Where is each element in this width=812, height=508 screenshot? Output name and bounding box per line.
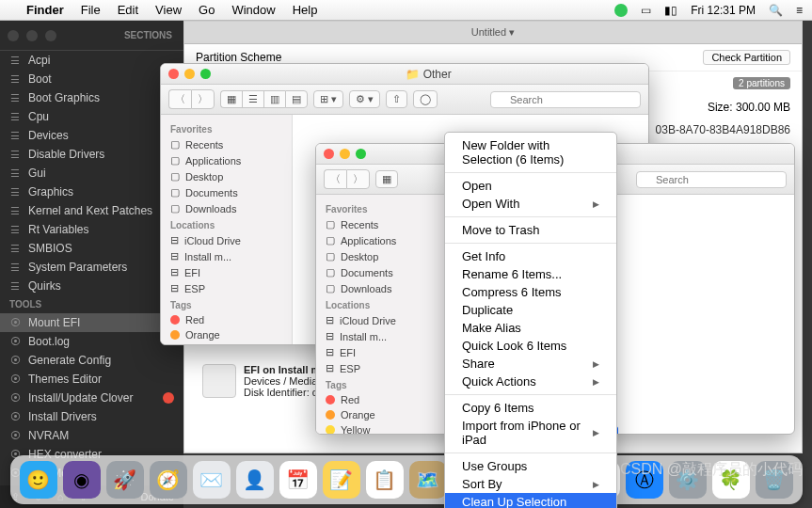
view-column-button[interactable]: ▥: [263, 90, 285, 108]
sidebar-loc[interactable]: ⊟ESP: [161, 280, 292, 296]
check-partition-button[interactable]: Check Partition: [703, 50, 790, 65]
sidebar-fav[interactable]: ▢Documents: [161, 184, 292, 200]
clock[interactable]: Fri 12:31 PM: [691, 4, 756, 17]
view-icon-button[interactable]: ▦: [220, 90, 242, 108]
sidebar-tag[interactable]: Yellow: [316, 422, 447, 435]
sidebar-fav[interactable]: ▢Downloads: [316, 280, 447, 296]
section-item[interactable]: ☰Kernel and Kext Patches: [0, 201, 183, 220]
sidebar-loc[interactable]: ⊟Install m...: [316, 328, 447, 344]
dock-reminders[interactable]: 📋: [366, 461, 404, 499]
sidebar-fav[interactable]: ▢Recents: [161, 136, 292, 152]
menu-window[interactable]: Window: [231, 3, 275, 17]
section-item[interactable]: ☰Rt Variables: [0, 220, 183, 239]
menu-edit[interactable]: Edit: [118, 3, 138, 17]
tool-item[interactable]: ⦿Generate Config: [0, 351, 183, 370]
section-item[interactable]: ☰Boot: [0, 70, 183, 88]
zoom-icon[interactable]: [45, 30, 56, 41]
forward-button[interactable]: 〉: [191, 89, 215, 109]
section-item[interactable]: ☰Disable Drivers: [0, 145, 183, 164]
tool-item[interactable]: ⦿Mount EFI: [0, 313, 183, 332]
ctx-quicklook[interactable]: Quick Look 6 Items: [445, 337, 616, 355]
sidebar-fav[interactable]: ▢Desktop: [161, 168, 292, 184]
back-button[interactable]: 〈: [168, 89, 191, 109]
menu-view[interactable]: View: [155, 3, 182, 17]
sidebar-fav[interactable]: ▢Documents: [316, 264, 447, 280]
sidebar-loc[interactable]: ⊟ESP: [316, 360, 447, 376]
sidebar-tag[interactable]: Orange: [316, 407, 447, 422]
ctx-sort[interactable]: Sort By: [445, 475, 616, 493]
sidebar-loc[interactable]: ⊟EFI: [161, 264, 292, 280]
sidebar-tag[interactable]: Yellow: [161, 342, 292, 345]
sidebar-tag[interactable]: Red: [161, 312, 292, 327]
section-item[interactable]: ☰System Parameters: [0, 258, 183, 277]
dock-launchpad[interactable]: 🚀: [106, 461, 144, 499]
minimize-icon[interactable]: [184, 69, 195, 79]
section-item[interactable]: ☰Devices: [0, 126, 183, 145]
dock-safari[interactable]: 🧭: [150, 461, 187, 499]
sidebar-fav[interactable]: ▢Applications: [316, 232, 447, 248]
battery-icon[interactable]: ▮▯: [664, 4, 677, 17]
siri-icon[interactable]: ≡: [796, 4, 803, 17]
dock-maps[interactable]: 🗺️: [409, 461, 447, 499]
window-tab[interactable]: Untitled ▾: [471, 26, 515, 39]
view-list-button[interactable]: ☰: [242, 90, 263, 108]
zoom-icon[interactable]: [200, 69, 211, 79]
tool-item[interactable]: ⦿Install Drivers: [0, 407, 183, 426]
ctx-share[interactable]: Share: [445, 355, 616, 373]
sidebar-fav[interactable]: ▢Desktop: [316, 248, 447, 264]
share-button[interactable]: ⇧: [386, 90, 407, 108]
menu-go[interactable]: Go: [199, 3, 215, 17]
ctx-rename[interactable]: Rename 6 Items...: [445, 265, 616, 283]
ctx-quick-actions[interactable]: Quick Actions: [445, 373, 616, 390]
section-item[interactable]: ☰Graphics: [0, 183, 183, 201]
tool-item[interactable]: ⦿Boot.log: [0, 332, 183, 351]
ctx-cleanup[interactable]: Clean Up Selection: [445, 493, 616, 508]
ctx-alias[interactable]: Make Alias: [445, 319, 616, 337]
view-gallery-button[interactable]: ▤: [285, 90, 308, 108]
tool-item[interactable]: ⦿Themes Editor: [0, 370, 183, 389]
sidebar-loc[interactable]: ⊟iCloud Drive: [316, 312, 447, 328]
ctx-import[interactable]: Import from iPhone or iPad: [445, 417, 616, 449]
group-button[interactable]: ⊞ ▾: [313, 90, 343, 108]
dock-finder[interactable]: 🙂: [20, 461, 57, 499]
sidebar-loc[interactable]: ⊟Install m...: [161, 248, 292, 264]
section-item[interactable]: ☰Acpi: [0, 51, 183, 70]
ctx-get-info[interactable]: Get Info: [445, 247, 616, 265]
ctx-copy[interactable]: Copy 6 Items: [445, 399, 616, 417]
menu-help[interactable]: Help: [293, 3, 318, 17]
sidebar-tag[interactable]: Orange: [161, 327, 292, 342]
section-item[interactable]: ☰Quirks: [0, 277, 183, 295]
dock-mail[interactable]: ✉️: [193, 461, 231, 499]
search-input[interactable]: [490, 91, 641, 108]
sidebar-fav[interactable]: ▢Recents: [316, 216, 447, 232]
tool-item[interactable]: ⦿NVRAM: [0, 426, 183, 445]
minimize-icon[interactable]: [340, 149, 350, 159]
ctx-compress[interactable]: Compress 6 Items: [445, 283, 616, 301]
ctx-trash[interactable]: Move to Trash: [445, 221, 616, 239]
menu-file[interactable]: File: [81, 3, 101, 17]
ctx-new-folder[interactable]: New Folder with Selection (6 Items): [445, 136, 616, 168]
dock-notes[interactable]: 📝: [323, 461, 360, 499]
sidebar-loc[interactable]: ⊟iCloud Drive: [161, 232, 292, 248]
zoom-icon[interactable]: [356, 149, 366, 159]
tray-icon[interactable]: ▭: [641, 4, 651, 17]
dock-contacts[interactable]: 👤: [236, 461, 274, 499]
dock-app[interactable]: ◉: [63, 461, 101, 499]
close-icon[interactable]: [8, 30, 19, 41]
section-item[interactable]: ☰Cpu: [0, 107, 183, 126]
status-green-icon[interactable]: [614, 4, 628, 17]
ctx-groups[interactable]: Use Groups: [445, 457, 616, 475]
section-item[interactable]: ☰Boot Graphics: [0, 88, 183, 107]
dock-calendar[interactable]: 📅: [279, 461, 317, 499]
sidebar-tag[interactable]: Red: [316, 392, 447, 407]
sidebar-fav[interactable]: ▢Downloads: [161, 200, 292, 216]
close-icon[interactable]: [168, 69, 179, 79]
ctx-open-with[interactable]: Open With: [445, 195, 616, 213]
view-icon-button[interactable]: ▦: [375, 170, 398, 188]
tool-item[interactable]: ⦿Install/Update Clover: [0, 389, 183, 407]
ctx-duplicate[interactable]: Duplicate: [445, 301, 616, 319]
search-input[interactable]: [636, 171, 787, 188]
close-icon[interactable]: [324, 149, 334, 159]
back-button[interactable]: 〈: [324, 169, 346, 189]
ctx-open[interactable]: Open: [445, 177, 616, 195]
